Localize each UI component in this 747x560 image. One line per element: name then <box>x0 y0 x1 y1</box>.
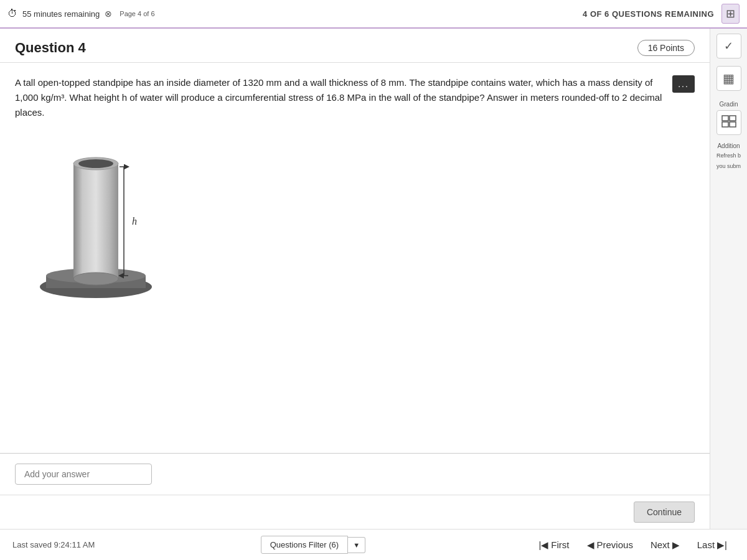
check-icon-button[interactable]: ✓ <box>716 34 741 58</box>
additional-section: Addition Refresh b you subm <box>710 142 747 170</box>
points-badge: 16 Points <box>637 40 695 56</box>
grid-icon-button[interactable]: ⊞ <box>721 4 740 24</box>
grading-section: Gradin <box>710 98 747 135</box>
filter-dropdown-button[interactable]: ▼ <box>348 537 365 553</box>
question-body: A tall open-topped standpipe has an insi… <box>0 63 710 453</box>
question-title: Question 4 <box>15 40 86 56</box>
svg-rect-14 <box>730 122 736 127</box>
previous-label: Previous <box>597 539 633 550</box>
ellipsis-button[interactable]: ... <box>672 75 695 93</box>
nav-controls: |◀ First ◀ Previous Next ▶ Last ▶| <box>531 536 735 554</box>
svg-rect-3 <box>73 164 118 279</box>
previous-icon: ◀ <box>587 539 594 551</box>
timer-icon: ⏱ <box>7 8 17 19</box>
next-icon: ▶ <box>672 539 680 551</box>
additional-label: Addition <box>717 142 740 149</box>
top-right: 4 OF 6 QUESTIONS REMAINING ⊞ <box>583 4 740 24</box>
svg-rect-13 <box>722 122 728 127</box>
last-saved: Last saved 9:24:11 AM <box>12 540 95 549</box>
standpipe-svg: h <box>27 133 164 307</box>
grading-table-icon <box>721 115 736 131</box>
submit-text: you subm <box>716 162 741 170</box>
bottom-left: Last saved 9:24:11 AM <box>12 540 95 549</box>
svg-rect-12 <box>730 116 736 121</box>
first-icon: |◀ <box>538 539 548 551</box>
grading-table-icon-button[interactable] <box>716 110 741 135</box>
question-text: A tall open-topped standpipe has an insi… <box>15 75 666 120</box>
grading-label: Gradin <box>719 101 738 108</box>
svg-point-6 <box>78 159 113 168</box>
right-sidebar: ✓ ▦ Gradin Addition Refresh b <box>710 29 747 529</box>
first-button[interactable]: |◀ First <box>531 536 576 554</box>
question-header: Question 4 16 Points <box>0 29 710 63</box>
check-icon: ✓ <box>724 39 733 53</box>
answer-section <box>0 453 710 495</box>
top-left: ⏱ 55 minutes remaining ⊗ Page 4 of 6 <box>7 8 155 19</box>
first-label: First <box>551 539 569 550</box>
svg-text:h: h <box>132 216 137 226</box>
content-area: Question 4 16 Points A tall open-topped … <box>0 29 710 529</box>
page-label: Page 4 of 6 <box>120 10 154 17</box>
filter-btn-container: Questions Filter (6) ▼ <box>261 536 365 554</box>
last-label: Last <box>697 539 715 550</box>
last-button[interactable]: Last ▶| <box>690 536 735 554</box>
timer-text: 55 minutes remaining <box>22 9 100 19</box>
questions-filter-button[interactable]: Questions Filter (6) <box>261 536 349 554</box>
top-bar: ⏱ 55 minutes remaining ⊗ Page 4 of 6 4 O… <box>0 0 747 29</box>
table-icon-button[interactable]: ▦ <box>716 66 741 91</box>
continue-area: Continue <box>0 495 710 529</box>
answer-input[interactable] <box>15 464 152 485</box>
bottom-bar: Last saved 9:24:11 AM Questions Filter (… <box>0 529 747 560</box>
table-icon: ▦ <box>723 71 735 86</box>
svg-point-5 <box>73 273 118 285</box>
next-button[interactable]: Next ▶ <box>643 536 687 554</box>
cancel-icon[interactable]: ⊗ <box>105 9 112 19</box>
main-layout: Question 4 16 Points A tall open-topped … <box>0 29 747 529</box>
standpipe-illustration: h <box>27 133 164 307</box>
continue-button[interactable]: Continue <box>634 502 695 523</box>
previous-button[interactable]: ◀ Previous <box>580 536 641 554</box>
svg-rect-11 <box>722 116 728 121</box>
question-text-block: A tall open-topped standpipe has an insi… <box>15 75 695 120</box>
refresh-text: Refresh b <box>716 152 741 160</box>
questions-remaining: 4 OF 6 QUESTIONS REMAINING <box>583 9 714 19</box>
last-icon: ▶| <box>717 539 727 551</box>
next-label: Next <box>651 539 670 550</box>
